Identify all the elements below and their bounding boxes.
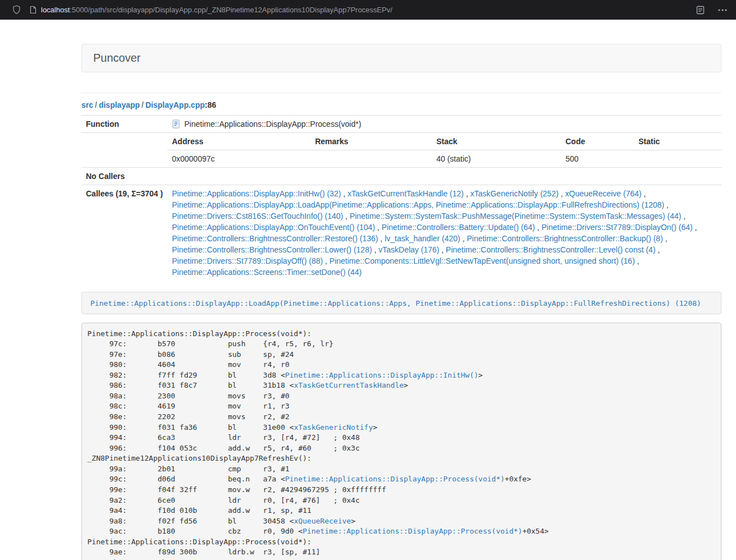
- address-value: 0x0000097c: [167, 150, 310, 168]
- callee-link[interactable]: Pinetime::Components::LittleVgl::SetNewT…: [330, 256, 635, 265]
- static-value: [634, 150, 721, 168]
- page-icon: [30, 6, 36, 14]
- callee-separator: ,: [378, 234, 385, 243]
- function-label: Function: [81, 116, 167, 133]
- disasm-symbol-link[interactable]: xTaskGenericNotify: [294, 423, 373, 432]
- url-text: localhost:5000/path/src/displayapp/Displ…: [41, 6, 392, 14]
- callee-link[interactable]: lv_task_handler (420): [385, 234, 460, 243]
- column-static: Static: [634, 133, 721, 150]
- callee-separator: ,: [372, 245, 379, 254]
- callee-link[interactable]: Pinetime::Applications::DisplayApp::Init…: [172, 189, 341, 198]
- callee-separator: ,: [635, 256, 639, 265]
- function-row: Function Pinetime::Applications::Display…: [81, 116, 721, 133]
- callee-separator: ,: [439, 245, 446, 254]
- disasm-symbol-link[interactable]: xTaskGetCurrentTaskHandle: [294, 381, 404, 389]
- disassembly-block: Pinetime::Applications::DisplayApp::Proc…: [81, 323, 721, 560]
- breadcrumb-file-link[interactable]: DisplayApp.cpp: [145, 100, 205, 109]
- disasm-symbol-link[interactable]: Pinetime::Applications::DisplayApp::Proc…: [303, 527, 522, 535]
- callee-link[interactable]: Pinetime::Drivers::St7789::DisplayOn() (…: [542, 223, 693, 232]
- disasm-symbol-link[interactable]: Pinetime::Applications::DisplayApp::Proc…: [285, 475, 505, 483]
- shield-icon[interactable]: [12, 5, 21, 15]
- browser-topbar: localhost:5000/path/src/displayapp/Displ…: [0, 0, 736, 20]
- callee-separator: ,: [375, 223, 382, 232]
- callees-row: Callees (19, Σ=3704 ) Pinetime::Applicat…: [81, 185, 721, 281]
- callees-list: Pinetime::Applications::DisplayApp::Init…: [167, 185, 721, 281]
- callee-separator: ,: [460, 234, 467, 243]
- callee-separator: ,: [559, 189, 565, 198]
- callee-separator: ,: [464, 189, 470, 198]
- callee-separator: ,: [323, 256, 330, 265]
- column-stack: Stack: [432, 133, 561, 150]
- callee-link[interactable]: xTaskGenericNotify (252): [470, 189, 559, 198]
- callee-link[interactable]: Pinetime::Controllers::BrightnessControl…: [446, 245, 655, 254]
- callee-separator: ,: [681, 212, 685, 221]
- callee-link[interactable]: Pinetime::Applications::DisplayApp::Load…: [172, 200, 664, 209]
- callee-separator: ,: [341, 189, 348, 198]
- callee-separator: ,: [656, 245, 660, 254]
- breadcrumb-separator: /: [95, 100, 97, 109]
- breadcrumb-line-number: :86: [205, 100, 216, 109]
- code-value: 500: [561, 150, 634, 168]
- callee-separator: ,: [535, 223, 542, 232]
- callee-separator: ,: [664, 200, 669, 209]
- disasm-symbol-link[interactable]: Pinetime::Applications::DisplayApp::Init…: [285, 371, 478, 379]
- disasm-symbol-link[interactable]: xQueueReceive: [294, 517, 351, 525]
- callee-link[interactable]: Pinetime::Applications::Screens::Timer::…: [172, 268, 362, 277]
- brand-panel: Puncover: [81, 44, 721, 72]
- column-code: Code: [561, 133, 634, 150]
- callee-link[interactable]: Pinetime::Controllers::BrightnessControl…: [172, 245, 372, 254]
- snippet-title-link[interactable]: Pinetime::Applications::DisplayApp::Load…: [90, 299, 701, 307]
- callees-label: Callees (19, Σ=3704 ): [81, 185, 167, 281]
- divider: [81, 93, 721, 93]
- disassembly-code: Pinetime::Applications::DisplayApp::Proc…: [88, 329, 549, 560]
- no-callers-row: No Callers: [81, 168, 721, 185]
- callee-link[interactable]: xTaskGetCurrentTaskHandle (12): [348, 189, 464, 198]
- function-name: Pinetime::Applications::DisplayApp::Proc…: [184, 120, 361, 128]
- function-icon: [172, 120, 180, 128]
- callee-link[interactable]: Pinetime::Controllers::Battery::Update()…: [382, 223, 535, 232]
- callee-separator: ,: [663, 234, 668, 243]
- address-row: Address Remarks Stack Code Static 0x0000…: [81, 133, 721, 168]
- url-path: :5000/path/src/displayapp/DisplayApp.cpp…: [70, 6, 392, 14]
- column-address: Address: [167, 133, 310, 150]
- callee-link[interactable]: Pinetime::Drivers::Cst816S::GetTouchInfo…: [172, 212, 343, 221]
- page-container: Puncover src/displayapp/DisplayApp.cpp:8…: [81, 44, 721, 560]
- callee-link[interactable]: vTaskDelay (176): [378, 245, 439, 254]
- callee-link[interactable]: Pinetime::Drivers::St7789::DisplayOff() …: [172, 256, 323, 265]
- url-bar[interactable]: localhost:5000/path/src/displayapp/Displ…: [30, 6, 392, 14]
- callee-link[interactable]: Pinetime::Applications::DisplayApp::OnTo…: [172, 223, 375, 232]
- address-table: Address Remarks Stack Code Static 0x0000…: [167, 133, 721, 167]
- callee-separator: ,: [343, 212, 350, 221]
- url-host: localhost: [41, 6, 70, 14]
- callee-link[interactable]: Pinetime::Controllers::BrightnessControl…: [172, 234, 378, 243]
- stack-value: 40 (static): [432, 150, 561, 168]
- snippet-panel: Pinetime::Applications::DisplayApp::Load…: [81, 292, 721, 314]
- address-values-row: 0x0000097c 40 (static) 500: [167, 150, 721, 168]
- no-callers-label: No Callers: [81, 168, 167, 185]
- column-remarks: Remarks: [310, 133, 432, 150]
- callee-link[interactable]: Pinetime::System::SystemTask::PushMessag…: [350, 212, 682, 221]
- reader-mode-icon[interactable]: [696, 6, 705, 15]
- brand-link[interactable]: Puncover: [93, 52, 141, 65]
- menu-icon[interactable]: [718, 9, 727, 11]
- callee-separator: ,: [642, 189, 646, 198]
- breadcrumb-src-link[interactable]: src: [81, 100, 93, 109]
- callee-separator: ,: [693, 223, 697, 232]
- breadcrumb-displayapp-link[interactable]: displayapp: [99, 100, 140, 109]
- breadcrumb-separator: /: [141, 100, 144, 109]
- callee-link[interactable]: Pinetime::Controllers::BrightnessControl…: [467, 234, 662, 243]
- remarks-value: [310, 150, 432, 168]
- function-table: Function Pinetime::Applications::Display…: [81, 115, 721, 281]
- breadcrumb: src/displayapp/DisplayApp.cpp:86: [81, 100, 721, 109]
- callee-link[interactable]: xQueueReceive (764): [565, 189, 642, 198]
